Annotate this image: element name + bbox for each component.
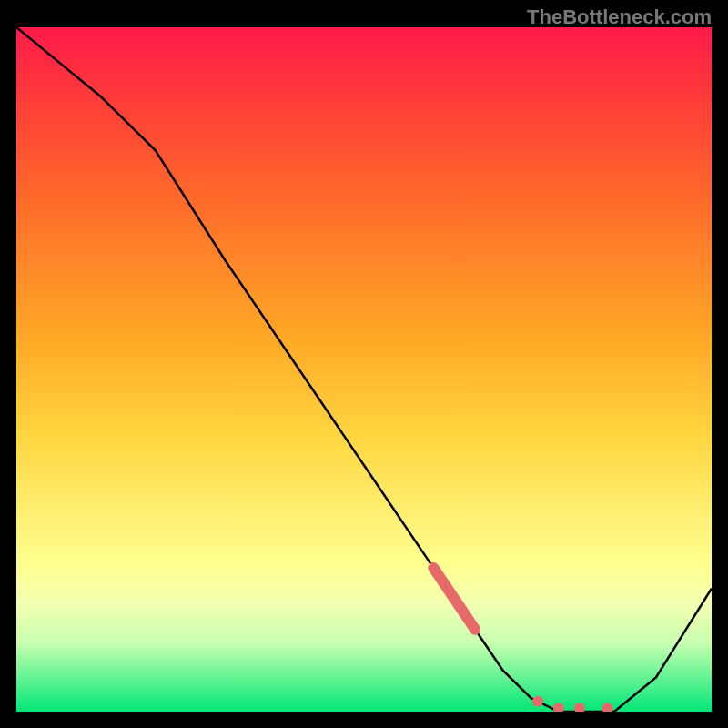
highlight-dot	[574, 703, 585, 712]
highlight-dot	[532, 696, 543, 707]
watermark-text: TheBottleneck.com	[527, 5, 712, 29]
chart-plot-area	[16, 27, 712, 712]
chart-svg	[16, 27, 712, 712]
highlight-dot	[602, 703, 612, 712]
highlight-stroke	[433, 568, 475, 630]
main-curve-line	[16, 27, 712, 712]
highlight-dot	[553, 703, 564, 712]
